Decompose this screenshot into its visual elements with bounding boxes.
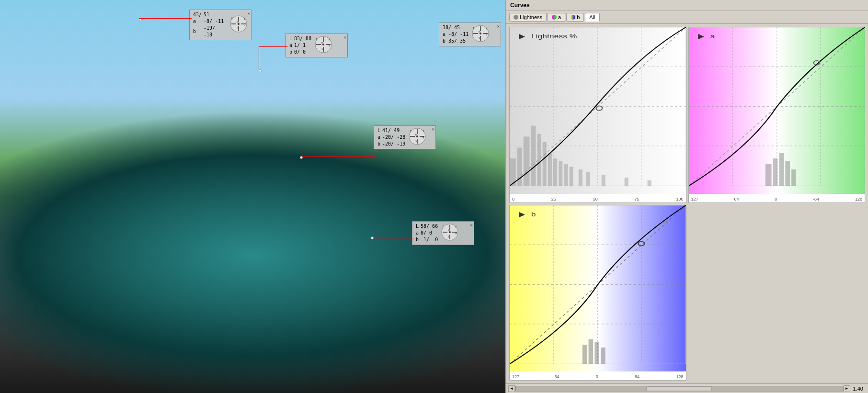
scrollbar-track[interactable] bbox=[515, 386, 844, 392]
svg-text:c: c bbox=[448, 235, 450, 238]
tab-lightness[interactable]: Lightness bbox=[509, 13, 547, 22]
red-line-2-v bbox=[259, 46, 259, 69]
tab-all[interactable]: All bbox=[585, 13, 599, 22]
lightness-tab-icon bbox=[514, 15, 518, 20]
info-box-1: ✕ 43/51 r y m g c bbox=[189, 10, 251, 40]
svg-rect-69 bbox=[537, 134, 541, 186]
a-curve-svg: a bbox=[689, 27, 865, 202]
svg-rect-75 bbox=[570, 167, 573, 186]
curves-panel: Curves Lightness a b All bbox=[505, 0, 868, 393]
svg-text:y: y bbox=[455, 225, 457, 228]
sample-point-5 bbox=[371, 236, 374, 239]
close-icon-4[interactable]: ✕ bbox=[432, 126, 434, 133]
scrollbar-thumb[interactable] bbox=[646, 386, 712, 391]
svg-rect-98 bbox=[785, 161, 790, 186]
svg-rect-68 bbox=[531, 126, 536, 186]
svg-rect-115 bbox=[589, 339, 594, 363]
tab-all-label: All bbox=[589, 14, 595, 20]
svg-text:b: b bbox=[531, 211, 536, 217]
svg-rect-117 bbox=[601, 347, 605, 363]
zoom-level: 1.40 bbox=[850, 386, 866, 392]
svg-text:g: g bbox=[486, 32, 488, 36]
svg-text:c: c bbox=[415, 139, 417, 142]
close-icon-2[interactable]: ✕ bbox=[344, 34, 346, 41]
tab-lightness-label: Lightness bbox=[520, 14, 542, 20]
svg-rect-80 bbox=[648, 180, 651, 186]
b-tab-icon bbox=[571, 15, 575, 20]
info-box-2: ✕ L83/ 88 r y m g c bbox=[286, 34, 348, 57]
close-icon-3[interactable]: ✕ bbox=[497, 23, 500, 30]
svg-rect-99 bbox=[791, 169, 796, 186]
svg-marker-83 bbox=[519, 34, 525, 39]
info-box-4: ✕ L41/ 49 r y m g c bbox=[374, 125, 436, 149]
curves-grid: Lightness % 0 25 50 75 100 bbox=[506, 24, 868, 383]
svg-rect-71 bbox=[548, 153, 552, 186]
svg-text:Lightness %: Lightness % bbox=[531, 33, 577, 39]
svg-marker-102 bbox=[698, 34, 704, 39]
svg-rect-114 bbox=[582, 345, 587, 364]
red-line-2-h bbox=[259, 46, 287, 47]
red-line-4 bbox=[302, 156, 376, 157]
a-x-labels: 127 64 0 -64 128 bbox=[689, 197, 865, 202]
svg-text:a: a bbox=[710, 33, 715, 39]
svg-rect-73 bbox=[559, 161, 562, 186]
lightness-curve-panel[interactable]: Lightness % 0 25 50 75 100 bbox=[509, 27, 686, 203]
svg-text:m: m bbox=[237, 20, 239, 23]
svg-text:g: g bbox=[423, 135, 424, 139]
a-curve-panel[interactable]: a 127 64 0 -64 128 bbox=[688, 27, 866, 203]
svg-rect-79 bbox=[625, 178, 628, 186]
close-icon-5[interactable]: ✕ bbox=[470, 222, 473, 228]
svg-text:y: y bbox=[329, 37, 331, 41]
svg-rect-76 bbox=[579, 169, 582, 186]
svg-text:r: r bbox=[316, 37, 318, 40]
image-canvas[interactable]: ✕ 43/51 r y m g c bbox=[0, 0, 505, 393]
svg-rect-77 bbox=[586, 172, 590, 186]
svg-text:c: c bbox=[479, 36, 480, 39]
svg-text:y: y bbox=[486, 26, 488, 30]
tab-b-label: b bbox=[577, 14, 580, 20]
svg-text:r: r bbox=[473, 26, 475, 29]
lightness-x-labels: 0 25 50 75 100 bbox=[510, 197, 686, 202]
svg-rect-74 bbox=[564, 164, 568, 186]
svg-text:g: g bbox=[455, 231, 457, 235]
scrollbar-area: ◄ ► 1.40 bbox=[506, 383, 868, 393]
info-box-5: ✕ L58/ 66 r y m g c bbox=[412, 221, 474, 245]
svg-text:g: g bbox=[244, 22, 246, 26]
scroll-right-btn[interactable]: ► bbox=[844, 385, 850, 392]
curves-tabs-bar: Lightness a b All bbox=[506, 11, 868, 24]
svg-rect-95 bbox=[765, 164, 771, 186]
sample-point-2 bbox=[259, 69, 262, 72]
tab-a-label: a bbox=[558, 14, 561, 20]
svg-text:r: r bbox=[442, 225, 444, 228]
svg-text:c: c bbox=[321, 47, 323, 50]
b-curve-svg: b bbox=[510, 205, 686, 381]
svg-text:r: r bbox=[410, 129, 411, 132]
tab-b[interactable]: b bbox=[566, 13, 584, 22]
a-tab-icon bbox=[552, 15, 557, 20]
svg-rect-116 bbox=[594, 342, 599, 364]
svg-text:m: m bbox=[448, 228, 450, 232]
svg-rect-78 bbox=[602, 175, 605, 186]
svg-rect-97 bbox=[779, 153, 784, 186]
svg-rect-70 bbox=[543, 142, 547, 186]
empty-curve-panel bbox=[688, 205, 866, 381]
curves-title: Curves bbox=[506, 0, 868, 11]
scroll-left-btn[interactable]: ◄ bbox=[508, 385, 515, 392]
red-line-1 bbox=[139, 18, 192, 19]
svg-text:y: y bbox=[423, 129, 424, 133]
info-box-3: ✕ 38/ 45 r y m g c bbox=[439, 22, 501, 46]
svg-rect-67 bbox=[524, 136, 530, 186]
sample-point-4 bbox=[300, 156, 303, 159]
svg-text:y: y bbox=[244, 16, 246, 20]
svg-rect-96 bbox=[773, 158, 777, 186]
b-curve-panel[interactable]: b 127 64 -0 -64 -128 bbox=[509, 205, 686, 381]
red-line-5 bbox=[373, 238, 414, 238]
tab-a[interactable]: a bbox=[548, 13, 565, 22]
close-icon-1[interactable]: ✕ bbox=[248, 11, 250, 17]
svg-marker-120 bbox=[519, 212, 525, 217]
svg-text:c: c bbox=[237, 26, 239, 30]
b-x-labels: 127 64 -0 -64 -128 bbox=[510, 374, 686, 379]
curves-title-text: Curves bbox=[510, 2, 530, 9]
svg-text:g: g bbox=[329, 43, 331, 47]
svg-text:r: r bbox=[231, 16, 233, 20]
